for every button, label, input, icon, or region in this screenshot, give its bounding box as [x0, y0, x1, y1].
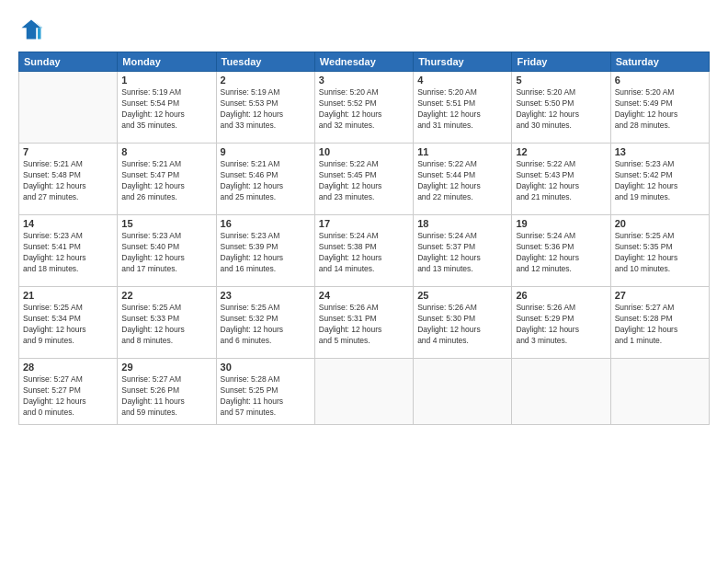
calendar-cell: 26Sunrise: 5:26 AM Sunset: 5:29 PM Dayli… [512, 287, 610, 359]
day-info: Sunrise: 5:20 AM Sunset: 5:50 PM Dayligh… [516, 87, 606, 132]
day-info: Sunrise: 5:24 AM Sunset: 5:38 PM Dayligh… [319, 231, 409, 275]
day-number: 3 [319, 75, 409, 86]
day-number: 1 [121, 75, 211, 86]
day-header-tuesday: Tuesday [216, 52, 314, 72]
day-info: Sunrise: 5:20 AM Sunset: 5:49 PM Dayligh… [615, 87, 705, 132]
day-header-wednesday: Wednesday [314, 52, 413, 72]
calendar-cell: 22Sunrise: 5:25 AM Sunset: 5:33 PM Dayli… [118, 287, 216, 359]
day-info: Sunrise: 5:26 AM Sunset: 5:31 PM Dayligh… [319, 303, 409, 347]
calendar-week-row: 21Sunrise: 5:25 AM Sunset: 5:34 PM Dayli… [19, 287, 710, 359]
day-number: 26 [516, 290, 606, 301]
day-number: 5 [516, 75, 606, 86]
day-info: Sunrise: 5:28 AM Sunset: 5:25 PM Dayligh… [221, 374, 311, 419]
day-info: Sunrise: 5:23 AM Sunset: 5:41 PM Dayligh… [23, 231, 113, 275]
day-info: Sunrise: 5:23 AM Sunset: 5:42 PM Dayligh… [615, 159, 705, 203]
calendar-cell: 7Sunrise: 5:21 AM Sunset: 5:48 PM Daylig… [19, 144, 118, 215]
day-number: 9 [221, 146, 311, 157]
calendar-cell: 1Sunrise: 5:19 AM Sunset: 5:54 PM Daylig… [118, 72, 216, 144]
day-number: 23 [221, 290, 311, 301]
calendar-cell: 25Sunrise: 5:26 AM Sunset: 5:30 PM Dayli… [414, 287, 512, 359]
calendar-cell: 3Sunrise: 5:20 AM Sunset: 5:52 PM Daylig… [314, 72, 413, 144]
day-number: 10 [319, 146, 409, 157]
calendar-page: SundayMondayTuesdayWednesdayThursdayFrid… [0, 0, 728, 563]
day-info: Sunrise: 5:27 AM Sunset: 5:28 PM Dayligh… [615, 303, 705, 347]
calendar-week-row: 28Sunrise: 5:27 AM Sunset: 5:27 PM Dayli… [19, 359, 710, 425]
calendar-cell: 17Sunrise: 5:24 AM Sunset: 5:38 PM Dayli… [314, 215, 413, 287]
day-number: 8 [121, 146, 211, 157]
calendar-cell: 30Sunrise: 5:28 AM Sunset: 5:25 PM Dayli… [216, 359, 314, 425]
day-number: 19 [516, 218, 606, 229]
day-number: 28 [23, 362, 113, 373]
calendar-cell: 8Sunrise: 5:21 AM Sunset: 5:47 PM Daylig… [118, 144, 216, 215]
day-header-friday: Friday [512, 52, 610, 72]
calendar-table: SundayMondayTuesdayWednesdayThursdayFrid… [18, 52, 710, 425]
calendar-cell [314, 359, 413, 425]
day-number: 6 [615, 75, 705, 86]
day-number: 24 [319, 290, 409, 301]
calendar-cell: 18Sunrise: 5:24 AM Sunset: 5:37 PM Dayli… [414, 215, 512, 287]
calendar-cell [512, 359, 610, 425]
day-number: 18 [417, 218, 507, 229]
day-info: Sunrise: 5:24 AM Sunset: 5:36 PM Dayligh… [516, 231, 606, 275]
day-number: 14 [23, 218, 113, 229]
day-number: 13 [615, 146, 705, 157]
calendar-cell: 5Sunrise: 5:20 AM Sunset: 5:50 PM Daylig… [512, 72, 610, 144]
calendar-cell: 24Sunrise: 5:26 AM Sunset: 5:31 PM Dayli… [314, 287, 413, 359]
day-header-sunday: Sunday [19, 52, 118, 72]
day-info: Sunrise: 5:22 AM Sunset: 5:45 PM Dayligh… [319, 159, 409, 203]
calendar-cell: 13Sunrise: 5:23 AM Sunset: 5:42 PM Dayli… [610, 144, 709, 215]
day-info: Sunrise: 5:25 AM Sunset: 5:32 PM Dayligh… [221, 303, 311, 347]
calendar-cell: 10Sunrise: 5:22 AM Sunset: 5:45 PM Dayli… [314, 144, 413, 215]
calendar-cell [610, 359, 709, 425]
day-info: Sunrise: 5:23 AM Sunset: 5:40 PM Dayligh… [121, 231, 211, 275]
calendar-cell [19, 72, 118, 144]
day-info: Sunrise: 5:25 AM Sunset: 5:33 PM Dayligh… [121, 303, 211, 347]
calendar-cell: 27Sunrise: 5:27 AM Sunset: 5:28 PM Dayli… [610, 287, 709, 359]
calendar-cell: 14Sunrise: 5:23 AM Sunset: 5:41 PM Dayli… [19, 215, 118, 287]
day-number: 15 [121, 218, 211, 229]
day-number: 29 [121, 362, 211, 373]
day-number: 22 [121, 290, 211, 301]
day-info: Sunrise: 5:26 AM Sunset: 5:29 PM Dayligh… [516, 303, 606, 347]
day-header-saturday: Saturday [610, 52, 709, 72]
calendar-cell: 28Sunrise: 5:27 AM Sunset: 5:27 PM Dayli… [19, 359, 118, 425]
day-number: 2 [221, 75, 311, 86]
calendar-cell: 16Sunrise: 5:23 AM Sunset: 5:39 PM Dayli… [216, 215, 314, 287]
day-info: Sunrise: 5:23 AM Sunset: 5:39 PM Dayligh… [221, 231, 311, 275]
calendar-cell: 29Sunrise: 5:27 AM Sunset: 5:26 PM Dayli… [118, 359, 216, 425]
day-info: Sunrise: 5:19 AM Sunset: 5:54 PM Dayligh… [121, 87, 211, 132]
day-number: 4 [417, 75, 507, 86]
calendar-cell [414, 359, 512, 425]
calendar-cell: 2Sunrise: 5:19 AM Sunset: 5:53 PM Daylig… [216, 72, 314, 144]
day-info: Sunrise: 5:26 AM Sunset: 5:30 PM Dayligh… [417, 303, 507, 347]
day-info: Sunrise: 5:21 AM Sunset: 5:48 PM Dayligh… [23, 159, 113, 203]
day-info: Sunrise: 5:25 AM Sunset: 5:34 PM Dayligh… [23, 303, 113, 347]
day-info: Sunrise: 5:19 AM Sunset: 5:53 PM Dayligh… [221, 87, 311, 132]
calendar-cell: 4Sunrise: 5:20 AM Sunset: 5:51 PM Daylig… [414, 72, 512, 144]
calendar-cell: 12Sunrise: 5:22 AM Sunset: 5:43 PM Dayli… [512, 144, 610, 215]
day-number: 20 [615, 218, 705, 229]
day-info: Sunrise: 5:25 AM Sunset: 5:35 PM Dayligh… [615, 231, 705, 275]
day-info: Sunrise: 5:21 AM Sunset: 5:47 PM Dayligh… [121, 159, 211, 203]
calendar-cell: 6Sunrise: 5:20 AM Sunset: 5:49 PM Daylig… [610, 72, 709, 144]
day-number: 27 [615, 290, 705, 301]
logo-icon [18, 17, 44, 42]
calendar-week-row: 14Sunrise: 5:23 AM Sunset: 5:41 PM Dayli… [19, 215, 710, 287]
calendar-cell: 15Sunrise: 5:23 AM Sunset: 5:40 PM Dayli… [118, 215, 216, 287]
day-info: Sunrise: 5:22 AM Sunset: 5:44 PM Dayligh… [417, 159, 507, 203]
day-info: Sunrise: 5:20 AM Sunset: 5:52 PM Dayligh… [319, 87, 409, 132]
day-number: 16 [221, 218, 311, 229]
day-info: Sunrise: 5:20 AM Sunset: 5:51 PM Dayligh… [417, 87, 507, 132]
day-info: Sunrise: 5:24 AM Sunset: 5:37 PM Dayligh… [417, 231, 507, 275]
day-header-thursday: Thursday [414, 52, 512, 72]
day-header-monday: Monday [118, 52, 216, 72]
day-info: Sunrise: 5:27 AM Sunset: 5:26 PM Dayligh… [121, 374, 211, 419]
day-number: 12 [516, 146, 606, 157]
logo [18, 17, 48, 42]
header [18, 17, 710, 42]
day-number: 30 [221, 362, 311, 373]
day-info: Sunrise: 5:27 AM Sunset: 5:27 PM Dayligh… [23, 374, 113, 419]
day-number: 25 [417, 290, 507, 301]
calendar-week-row: 7Sunrise: 5:21 AM Sunset: 5:48 PM Daylig… [19, 144, 710, 215]
day-number: 17 [319, 218, 409, 229]
